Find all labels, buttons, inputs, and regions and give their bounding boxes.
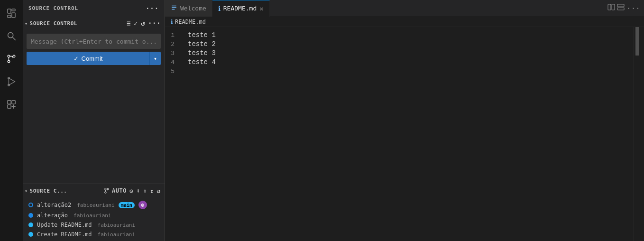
activity-bar — [0, 0, 23, 241]
minimap — [634, 27, 639, 241]
ellipsis-icon[interactable]: ··· — [146, 5, 159, 12]
pull-icon[interactable]: ⬇ — [136, 187, 140, 195]
svg-rect-2 — [12, 13, 15, 18]
commit-button[interactable]: ✓ Commit — [27, 52, 149, 65]
commit-message: Create README.md — [37, 231, 92, 238]
line-num-4: 4 — [165, 58, 178, 67]
svg-rect-21 — [617, 4, 624, 7]
list-icon[interactable]: ≡ — [127, 19, 131, 27]
extensions-icon[interactable] — [2, 95, 21, 114]
commit-author: fabioauriani — [98, 222, 135, 228]
push-icon[interactable]: ⬆ — [143, 187, 147, 195]
remote-badge: ⊕ — [138, 201, 147, 209]
commit-author: fabioauriani — [74, 213, 111, 219]
commit-message-input[interactable] — [27, 34, 161, 49]
tab-readme[interactable]: ℹ README.md ✕ — [212, 0, 270, 17]
split-editor-icon[interactable] — [607, 3, 615, 13]
svg-rect-0 — [8, 9, 11, 13]
svg-rect-19 — [608, 4, 611, 10]
sidebar-header-icons: ··· — [146, 5, 159, 12]
tab-welcome-label: Welcome — [180, 5, 206, 12]
svg-rect-1 — [12, 9, 15, 11]
chevron-down-icon: ▾ — [25, 21, 28, 26]
svg-rect-3 — [8, 15, 11, 18]
line-num-1: 1 — [165, 31, 178, 40]
tab-close-button[interactable]: ✕ — [259, 5, 263, 12]
sidebar-header: SOURCE CONTROL ··· — [23, 0, 165, 17]
auto-badge: Auto — [103, 187, 127, 194]
svg-point-16 — [105, 192, 107, 194]
breadcrumb-icon: ℹ — [171, 19, 173, 25]
search-icon[interactable] — [2, 27, 21, 46]
run-debug-icon[interactable] — [2, 72, 21, 91]
refresh-icon[interactable]: ↺ — [141, 19, 145, 27]
commit-button-row: ✓ Commit ▾ — [27, 52, 161, 65]
svg-rect-20 — [612, 4, 615, 10]
list-item[interactable]: alteração fabioauriani — [23, 211, 165, 220]
svg-point-4 — [8, 33, 13, 38]
svg-rect-12 — [8, 101, 11, 104]
explorer-icon[interactable] — [2, 4, 21, 23]
list-item[interactable]: Create README.md fabioauriani — [23, 230, 165, 239]
list-item[interactable]: alteração2 fabioauriani main ⊕ — [23, 199, 165, 211]
commit-dot — [28, 232, 33, 237]
source-control-icon[interactable] — [2, 49, 21, 68]
commit-label: Commit — [82, 55, 103, 62]
svg-rect-14 — [8, 105, 11, 108]
line-num-3: 3 — [165, 49, 178, 58]
editor-layout-icon[interactable] — [617, 3, 625, 13]
commit-dropdown-button[interactable]: ▾ — [149, 52, 161, 65]
sc-section-header-left: ▾ SOURCE CONTROL — [25, 20, 77, 27]
line-num-2: 2 — [165, 40, 178, 49]
scrollbar[interactable] — [639, 27, 644, 241]
sc-section-header-icons: ≡ ✓ ↺ ··· — [127, 19, 161, 27]
main-branch-badge: main — [119, 202, 135, 208]
commit-dot-outline — [28, 203, 33, 207]
git-commits: alteração2 fabioauriani main ⊕ alteração… — [23, 197, 165, 241]
tab-readme-label: README.md — [223, 5, 257, 12]
more-actions-icon[interactable]: ··· — [626, 4, 640, 13]
svg-rect-13 — [12, 101, 15, 104]
git-graph-header-left: ▾ SOURCE C... — [25, 188, 67, 194]
sidebar: SOURCE CONTROL ··· ▾ SOURCE CONTROL ≡ ✓ … — [23, 0, 165, 241]
svg-point-6 — [8, 55, 10, 57]
tab-welcome[interactable]: Welcome — [165, 0, 212, 17]
svg-point-15 — [105, 188, 107, 190]
minimap-thumb — [635, 27, 639, 56]
commit-message: alteração — [37, 212, 68, 219]
commit-dot — [28, 213, 33, 218]
code-line-5 — [188, 67, 634, 76]
checkmark-icon[interactable]: ✓ — [134, 19, 138, 27]
tab-bar-actions: ··· — [604, 3, 644, 13]
breadcrumb-label: README.md — [175, 19, 206, 25]
info-icon: ℹ — [218, 5, 221, 12]
editor-code[interactable]: 1 2 3 4 5 teste 1 teste 2 teste 3 teste … — [165, 27, 634, 241]
editor-area: Welcome ℹ README.md ✕ ··· — [165, 0, 644, 241]
sidebar-title: SOURCE CONTROL — [28, 5, 78, 11]
settings-icon[interactable]: ⚙ — [129, 187, 133, 195]
editor-content: 1 2 3 4 5 teste 1 teste 2 teste 3 teste … — [165, 27, 644, 241]
auto-label: Auto — [112, 187, 127, 194]
git-graph-section: ▾ SOURCE C... Auto ⚙ ⬇ ⬆ ↕ — [23, 184, 165, 241]
tab-bar: Welcome ℹ README.md ✕ ··· — [165, 0, 644, 17]
commit-dot — [28, 222, 33, 227]
svg-marker-9 — [9, 78, 15, 85]
line-num-5: 5 — [165, 67, 178, 76]
sync-icon[interactable]: ↕ — [150, 187, 154, 195]
more-icon[interactable]: ··· — [148, 19, 161, 27]
editor-breadcrumb: ℹ README.md — [165, 17, 644, 27]
sc-section-header[interactable]: ▾ SOURCE CONTROL ≡ ✓ ↺ ··· — [23, 17, 165, 30]
refresh-icon[interactable]: ↺ — [157, 187, 161, 195]
line-numbers: 1 2 3 4 5 — [165, 31, 184, 237]
list-item[interactable]: Update README.md fabioauriani — [23, 220, 165, 230]
chevron-down-icon: ▾ — [25, 188, 28, 194]
svg-point-7 — [8, 60, 10, 63]
commit-author: fabioauriani — [77, 202, 114, 208]
git-icon — [103, 187, 110, 194]
source-control-section: ▾ SOURCE CONTROL ≡ ✓ ↺ ··· ✓ Commit ▾ — [23, 17, 165, 184]
commit-area: ✓ Commit ▾ — [23, 30, 165, 69]
git-graph-header[interactable]: ▾ SOURCE C... Auto ⚙ ⬇ ⬆ ↕ — [23, 184, 165, 197]
commit-message: Update README.md — [37, 222, 92, 228]
commit-message: alteração2 — [37, 202, 71, 208]
code-lines: teste 1 teste 2 teste 3 teste 4 — [184, 31, 634, 237]
